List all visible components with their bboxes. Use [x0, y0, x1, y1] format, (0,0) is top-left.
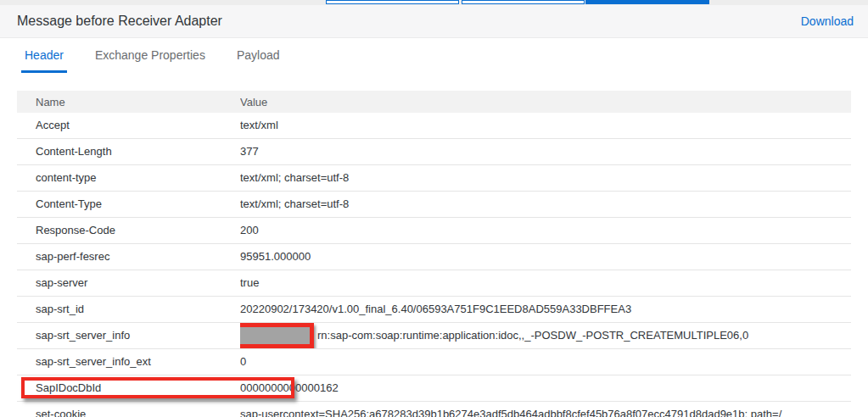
- table-row: sap-srt_server_info rn:sap-com:soap:runt…: [17, 323, 851, 349]
- cell-name: Response-Code: [17, 218, 240, 243]
- page-title: Message before Receiver Adapter: [17, 14, 222, 29]
- table-row: SapIDocDbId 0000000000000162: [17, 375, 851, 402]
- tab-exchange-properties[interactable]: Exchange Properties: [92, 39, 209, 73]
- cell-value: 200: [240, 218, 851, 243]
- cell-value-text: 20220902/173420/v1.00_final_6.40/06593A7…: [240, 303, 631, 315]
- table-body: Accept text/xml Content-Length 377 conte…: [17, 113, 851, 417]
- cell-name: sap-srt_server_info_ext: [17, 349, 240, 375]
- table-row: sap-srt_id 20220902/173420/v1.00_final_6…: [17, 297, 851, 323]
- cell-name: Accept: [17, 113, 240, 138]
- cell-name: sap-srt_server_info: [17, 323, 240, 348]
- redaction-box: [240, 323, 314, 348]
- table-row: Content-Type text/xml; charset=utf-8: [17, 192, 851, 218]
- cell-value: 95951.000000: [240, 244, 851, 270]
- cell-value-text: 95951.000000: [240, 250, 311, 263]
- cell-name: sap-srt_id: [17, 297, 240, 322]
- table-row: sap-server true: [17, 270, 851, 297]
- cell-name: sap-server: [17, 270, 240, 296]
- cell-name: content-type: [17, 165, 240, 191]
- cell-value-text: 0: [240, 355, 246, 368]
- cell-value-text: rn:sap-com:soap:runtime:application:idoc…: [317, 323, 748, 348]
- cell-value-text: true: [240, 276, 259, 289]
- cell-value: rn:sap-com:soap:runtime:application:idoc…: [240, 323, 851, 348]
- cell-value-text: 377: [240, 145, 259, 158]
- cell-value-text: text/xml; charset=utf-8: [240, 197, 349, 210]
- column-header-value: Value: [240, 96, 851, 108]
- table-row: sap-srt_server_info_ext 0: [17, 349, 851, 375]
- dialog-header: Message before Receiver Adapter Download: [0, 5, 868, 38]
- cell-name: set-cookie: [17, 402, 240, 417]
- cell-value: text/xml; charset=utf-8: [240, 192, 851, 217]
- header-table: Name Value Accept text/xml Content-Lengt…: [17, 91, 851, 417]
- message-monitor-dialog: Message before Receiver Adapter Download…: [0, 0, 868, 417]
- tab-header[interactable]: Header: [21, 39, 67, 73]
- cell-value: text/xml; charset=utf-8: [240, 165, 851, 191]
- cell-value-text: 0000000000000162: [240, 381, 339, 394]
- cell-value-text: text/xml; charset=utf-8: [240, 171, 349, 184]
- table-row: Accept text/xml: [17, 113, 851, 139]
- cell-name: sap-perf-fesrec: [17, 244, 240, 270]
- cell-name: Content-Type: [17, 192, 240, 217]
- cell-value: sap-usercontext=SHA256:a678283d39b1b6274…: [240, 402, 851, 417]
- cell-value: 0: [240, 349, 851, 375]
- table-header-row: Name Value: [17, 91, 851, 113]
- column-header-name: Name: [17, 96, 240, 108]
- cell-value: 20220902/173420/v1.00_final_6.40/06593A7…: [240, 297, 851, 322]
- segmented-button-remnant[interactable]: [585, 0, 709, 4]
- cell-value: 377: [240, 139, 851, 164]
- table-row: content-type text/xml; charset=utf-8: [17, 165, 851, 192]
- cell-value-text: sap-usercontext=SHA256:a678283d39b1b6274…: [240, 408, 781, 417]
- segmented-button-remnant[interactable]: [462, 0, 585, 4]
- tab-bar: Header Exchange Properties Payload: [0, 39, 868, 73]
- table-row: set-cookie sap-usercontext=SHA256:a67828…: [17, 402, 851, 417]
- tab-payload[interactable]: Payload: [233, 39, 283, 73]
- cell-value: true: [240, 270, 851, 296]
- table-row: Response-Code 200: [17, 218, 851, 244]
- table-row: sap-perf-fesrec 95951.000000: [17, 244, 851, 270]
- table-row: Content-Length 377: [17, 139, 851, 165]
- cell-name: Content-Length: [17, 139, 240, 164]
- cell-value: 0000000000000162: [240, 375, 851, 401]
- cell-name: SapIDocDbId: [17, 375, 240, 401]
- cell-value: text/xml: [240, 113, 851, 138]
- segmented-button-remnant[interactable]: [326, 0, 459, 4]
- download-link[interactable]: Download: [801, 14, 854, 28]
- cell-value-text: text/xml: [240, 119, 278, 131]
- cell-value-text: 200: [240, 224, 259, 236]
